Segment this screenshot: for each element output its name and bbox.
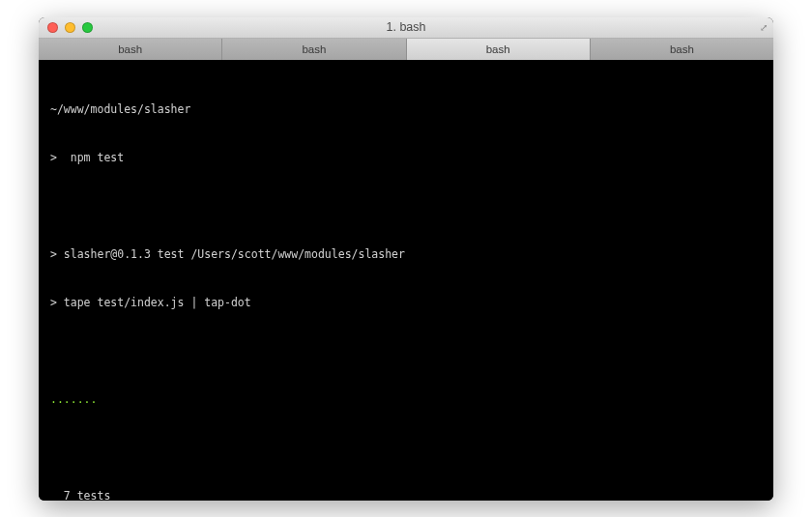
minimize-icon[interactable] bbox=[65, 22, 75, 33]
tab-label: bash bbox=[302, 43, 326, 55]
command-line: > npm test bbox=[50, 150, 762, 166]
output-line: > tape test/index.js | tap-dot bbox=[50, 295, 762, 311]
window-title: 1. bash bbox=[39, 20, 773, 34]
tap-dots: ....... bbox=[50, 391, 762, 408]
titlebar[interactable]: 1. bash ⤢ bbox=[39, 17, 773, 39]
close-icon[interactable] bbox=[47, 22, 58, 33]
tab-bash-4[interactable]: bash bbox=[591, 39, 773, 60]
output-line: > slasher@0.1.3 test /Users/scott/www/mo… bbox=[50, 246, 762, 263]
tab-bash-3[interactable]: bash bbox=[407, 39, 591, 60]
tab-label: bash bbox=[118, 43, 142, 55]
tab-label: bash bbox=[486, 43, 510, 55]
traffic-lights bbox=[39, 22, 93, 33]
tab-bar: bash bash bash bash bbox=[39, 39, 773, 60]
fullscreen-icon[interactable]: ⤢ bbox=[760, 22, 768, 33]
tab-bash-1[interactable]: bash bbox=[39, 39, 222, 60]
blank-line bbox=[50, 440, 762, 456]
blank-line bbox=[50, 343, 762, 359]
zoom-icon[interactable] bbox=[82, 22, 93, 33]
tab-label: bash bbox=[670, 43, 694, 55]
blank-line bbox=[50, 198, 762, 215]
tab-bash-2[interactable]: bash bbox=[222, 39, 406, 60]
cwd-line: ~/www/modules/slasher bbox=[50, 101, 762, 118]
terminal-window: 1. bash ⤢ bash bash bash bash ~/www/modu… bbox=[39, 17, 773, 501]
terminal-body[interactable]: ~/www/modules/slasher > npm test > slash… bbox=[39, 60, 773, 501]
tests-count: 7 tests bbox=[50, 488, 762, 501]
